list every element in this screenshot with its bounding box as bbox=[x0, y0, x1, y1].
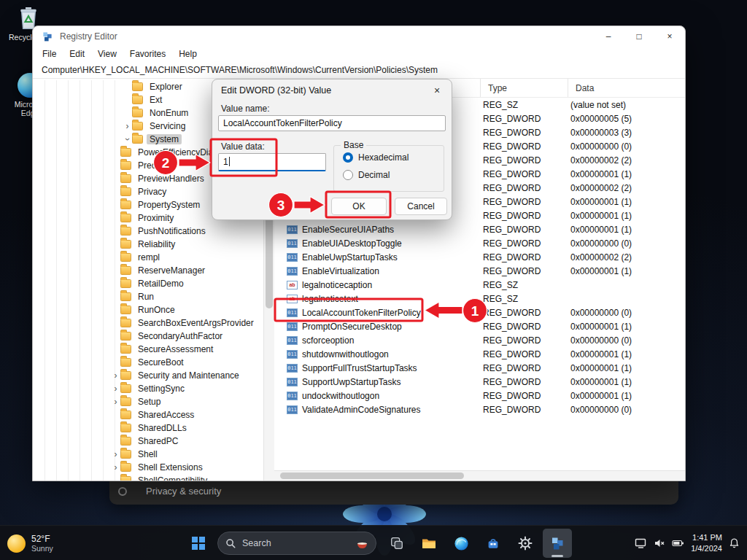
edge-button[interactable] bbox=[446, 529, 476, 558]
tree-item-shellcompatibility[interactable]: ShellCompatibility bbox=[33, 474, 263, 481]
settings-window: Privacy & security bbox=[109, 478, 678, 505]
value-data: 0x00000001 (1) bbox=[563, 377, 685, 387]
tree-item-settingsync[interactable]: ›SettingSync bbox=[33, 382, 263, 395]
value-row-enableuwpstartuptasks[interactable]: 011EnableUwpStartupTasksREG_DWORD0x00000… bbox=[274, 250, 685, 264]
value-type: REG_DWORD bbox=[476, 377, 563, 387]
tree-item-reservemanager[interactable]: ReserveManager bbox=[33, 264, 263, 277]
cancel-button[interactable]: Cancel bbox=[395, 198, 447, 215]
value-data: 0x00000001 (1) bbox=[563, 266, 685, 276]
maximize-button[interactable]: □ bbox=[624, 26, 654, 46]
chevron-right-icon[interactable]: › bbox=[111, 371, 120, 380]
value-data: 0x00000001 (1) bbox=[563, 197, 685, 207]
monitor-icon[interactable] bbox=[635, 537, 647, 549]
value-data-input[interactable]: 1 bbox=[218, 153, 326, 171]
tree-item-shell[interactable]: ›Shell bbox=[33, 448, 263, 461]
value-row-supportuwpstartuptasks[interactable]: 011SupportUwpStartupTasksREG_DWORD0x0000… bbox=[274, 375, 685, 389]
value-row-legalnoticetext[interactable]: ablegalnoticetextREG_SZ bbox=[274, 292, 685, 306]
value-row-legalnoticecaption[interactable]: ablegalnoticecaptionREG_SZ bbox=[274, 278, 685, 292]
value-row-validateadmincodesignatures[interactable]: 011ValidateAdminCodeSignaturesREG_DWORD0… bbox=[274, 402, 685, 416]
settings-button[interactable] bbox=[511, 529, 540, 558]
value-type: REG_DWORD bbox=[476, 114, 563, 124]
value-row-localaccounttokenfilterpolicy[interactable]: 011LocalAccountTokenFilterPolicyREG_DWOR… bbox=[274, 306, 685, 319]
menu-edit[interactable]: Edit bbox=[63, 49, 91, 59]
close-button[interactable]: × bbox=[654, 26, 685, 46]
value-type: REG_DWORD bbox=[476, 197, 563, 207]
tree-item-searchboxeventargsprovider[interactable]: SearchBoxEventArgsProvider bbox=[33, 316, 263, 330]
tree-item-retaildemo[interactable]: RetailDemo bbox=[33, 277, 263, 290]
tree-item-sharedpc[interactable]: SharedPC bbox=[33, 435, 263, 448]
tree-item-label: Servicing bbox=[147, 121, 188, 131]
menu-help[interactable]: Help bbox=[172, 49, 204, 59]
battery-icon[interactable] bbox=[672, 537, 684, 549]
column-header-data[interactable]: Data bbox=[568, 79, 685, 97]
dword-value-icon: 011 bbox=[287, 239, 298, 248]
chevron-down-icon[interactable]: › bbox=[123, 135, 132, 144]
folder-icon bbox=[120, 148, 131, 157]
radio-button-selected-icon[interactable] bbox=[343, 152, 353, 163]
task-view-button[interactable] bbox=[382, 529, 411, 558]
tree-item-security-and-maintenance[interactable]: ›Security and Maintenance bbox=[33, 369, 263, 382]
tree-item-label: RunOnce bbox=[135, 305, 178, 315]
tree-item-label: Setup bbox=[135, 397, 163, 407]
value-name-input[interactable]: LocalAccountTokenFilterPolicy bbox=[218, 115, 446, 131]
tree-item-shareddlls[interactable]: SharedDLLs bbox=[33, 421, 263, 435]
chevron-right-icon[interactable]: › bbox=[111, 463, 120, 472]
settings-nav-privacy-security[interactable]: Privacy & security bbox=[146, 486, 221, 497]
string-value-icon: ab bbox=[287, 281, 298, 289]
search-input[interactable]: Search bbox=[217, 532, 376, 555]
weather-widget[interactable]: 52°F Sunny bbox=[7, 526, 53, 560]
dialog-close-icon[interactable]: × bbox=[429, 83, 445, 98]
title-bar[interactable]: Registry Editor – □ × bbox=[33, 26, 685, 46]
tree-item-sharedaccess[interactable]: SharedAccess bbox=[33, 408, 263, 421]
menu-file[interactable]: File bbox=[36, 49, 63, 59]
value-data: 0x00000001 (1) bbox=[563, 322, 685, 332]
value-row-enableuiadesktoptoggle[interactable]: 011EnableUIADesktopToggleREG_DWORD0x0000… bbox=[274, 236, 685, 250]
menu-view[interactable]: View bbox=[91, 49, 123, 59]
radio-button-icon[interactable] bbox=[343, 170, 353, 180]
store-button[interactable] bbox=[479, 529, 508, 558]
value-row-undockwithoutlogon[interactable]: 011undockwithoutlogonREG_DWORD0x00000001… bbox=[274, 389, 685, 402]
privacy-icon bbox=[118, 487, 127, 496]
tree-item-reliability[interactable]: Reliability bbox=[33, 238, 263, 251]
tree-item-secureboot[interactable]: SecureBoot bbox=[33, 356, 263, 369]
chevron-right-icon[interactable]: › bbox=[111, 450, 120, 459]
tree-item-run[interactable]: Run bbox=[33, 290, 263, 303]
file-explorer-button[interactable] bbox=[414, 529, 444, 558]
registry-editor-button-active[interactable] bbox=[543, 529, 572, 558]
tree-item-setup[interactable]: ›Setup bbox=[33, 395, 263, 408]
windows-logo-icon bbox=[192, 537, 205, 550]
tree-item-shell-extensions[interactable]: ›Shell Extensions bbox=[33, 461, 263, 474]
edit-dword-dialog: Edit DWORD (32-bit) Value × Value name: … bbox=[212, 79, 452, 220]
value-row-promptonsecuredesktop[interactable]: 011PromptOnSecureDesktopREG_DWORD0x00000… bbox=[274, 319, 685, 333]
tree-item-pushnotifications[interactable]: PushNotifications bbox=[33, 225, 263, 238]
radio-hexadecimal[interactable]: Hexadecimal bbox=[343, 152, 409, 163]
chevron-right-icon[interactable]: › bbox=[111, 384, 120, 393]
scrollbar-thumb[interactable] bbox=[280, 472, 464, 479]
values-horizontal-scrollbar[interactable] bbox=[274, 470, 685, 481]
registry-editor-icon bbox=[550, 536, 565, 551]
menu-favorites[interactable]: Favorites bbox=[123, 49, 172, 59]
tree-item-secondaryauthfactor[interactable]: SecondaryAuthFactor bbox=[33, 330, 263, 343]
notification-bell-icon[interactable] bbox=[729, 537, 740, 549]
start-button[interactable] bbox=[184, 529, 213, 558]
tree-item-secureassessment[interactable]: SecureAssessment bbox=[33, 343, 263, 356]
value-row-shutdownwithoutlogon[interactable]: 011shutdownwithoutlogonREG_DWORD0x000000… bbox=[274, 347, 685, 361]
column-header-type[interactable]: Type bbox=[480, 79, 568, 97]
value-row-supportfulltruststartuptasks[interactable]: 011SupportFullTrustStartupTasksREG_DWORD… bbox=[274, 361, 685, 375]
value-row-enablesecureuiapaths[interactable]: 011EnableSecureUIAPathsREG_DWORD0x000000… bbox=[274, 222, 685, 236]
value-row-scforceoption[interactable]: 011scforceoptionREG_DWORD0x00000000 (0) bbox=[274, 333, 685, 347]
tree-item-runonce[interactable]: RunOnce bbox=[33, 303, 263, 316]
tree-item-rempl[interactable]: rempl bbox=[33, 251, 263, 264]
value-name: SupportFullTrustStartupTasks bbox=[298, 363, 476, 373]
address-bar[interactable]: Computer\HKEY_LOCAL_MACHINE\SOFTWARE\Mic… bbox=[33, 62, 685, 79]
chevron-right-icon[interactable]: › bbox=[111, 397, 120, 406]
ok-button[interactable]: OK bbox=[331, 198, 387, 215]
taskbar-clock[interactable]: 1:41 PM 1/4/2024 bbox=[691, 532, 722, 554]
radio-decimal[interactable]: Decimal bbox=[343, 170, 390, 180]
chevron-right-icon[interactable]: › bbox=[123, 122, 132, 131]
value-type: REG_DWORD bbox=[476, 211, 563, 221]
minimize-button[interactable]: – bbox=[593, 26, 624, 46]
value-row-enablevirtualization[interactable]: 011EnableVirtualizationREG_DWORD0x000000… bbox=[274, 264, 685, 278]
volume-mute-icon[interactable] bbox=[654, 537, 665, 549]
value-data: 0x00000000 (0) bbox=[563, 405, 685, 415]
